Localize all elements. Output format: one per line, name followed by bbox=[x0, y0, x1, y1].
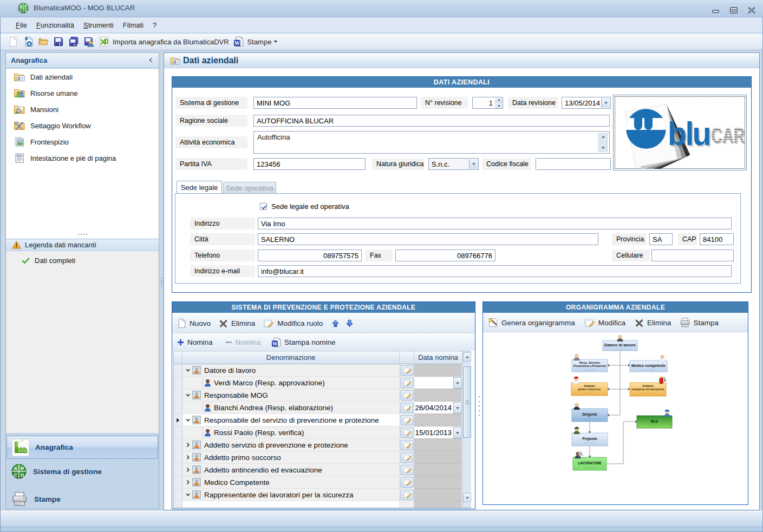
sidebar-item-settaggio-workflow[interactable]: Settaggio Workflow bbox=[6, 119, 159, 133]
grid-row[interactable]: Addetto servizio di prevenzione e protez… bbox=[174, 439, 462, 451]
minimize-button[interactable] bbox=[711, 6, 721, 14]
row-name-cell[interactable] bbox=[182, 501, 400, 508]
sidebar-item-frontespizio[interactable]: Frontespizio bbox=[6, 135, 159, 149]
provincia-input[interactable]: SA bbox=[649, 233, 673, 245]
row-date-cell[interactable]: 26/04/2014 bbox=[414, 402, 462, 414]
nuovo-button[interactable]: Nuovo bbox=[177, 318, 211, 329]
n-revisione-spinner[interactable]: 1 bbox=[472, 97, 503, 109]
menu-filmati[interactable]: Filmati bbox=[119, 19, 147, 31]
data-revisione-input[interactable]: 13/05/2014 bbox=[562, 97, 611, 109]
citta-input[interactable]: SALERNO bbox=[258, 233, 598, 245]
expander-closed-icon[interactable] bbox=[185, 467, 191, 472]
org-node-addetto-ps[interactable]: Addettoprimo soccorso----- ----- bbox=[571, 377, 608, 396]
modifica-button[interactable]: Modifica bbox=[584, 318, 625, 328]
expander-closed-icon[interactable] bbox=[185, 480, 191, 485]
edit-note-button[interactable] bbox=[401, 452, 413, 463]
grid-row[interactable]: Addetto antincendio ed evacuazione bbox=[174, 464, 462, 476]
stampa-button[interactable]: Stampa bbox=[680, 317, 719, 328]
indirizzo-email-input[interactable]: info@blucar.it bbox=[258, 265, 732, 277]
expander-open-icon[interactable] bbox=[185, 392, 191, 398]
row-name-cell[interactable]: Verdi Marco (Resp. approvazione) bbox=[182, 377, 400, 389]
nomina-remove-button[interactable]: Nomina bbox=[225, 338, 261, 346]
stampe-button[interactable]: Stampe bbox=[231, 35, 281, 49]
menu-help[interactable]: ? bbox=[149, 19, 160, 31]
close-button[interactable] bbox=[747, 6, 757, 14]
expander-open-icon[interactable] bbox=[185, 492, 191, 497]
ragione-sociale-input[interactable]: AUTOFFICINA BLUCAR bbox=[253, 115, 610, 127]
grid-row[interactable]: Rappresentante dei lavoratori per la sic… bbox=[174, 489, 462, 501]
grid-row[interactable]: Verdi Marco (Resp. approvazione) bbox=[174, 377, 462, 389]
import-anagrafica-button[interactable]: Importa anagrafica da BlumaticaDVR bbox=[96, 35, 231, 49]
org-node-addetto-ee[interactable]: Addettoemergenze ed evacuazione----- ---… bbox=[630, 377, 666, 397]
n-revisione-value[interactable]: 1 bbox=[472, 97, 495, 109]
menu-file[interactable]: File bbox=[12, 19, 31, 31]
fax-input[interactable]: 089766776 bbox=[395, 249, 495, 261]
expander-closed-icon[interactable] bbox=[185, 455, 191, 460]
sidebar-splitter[interactable] bbox=[160, 278, 163, 286]
codice-fiscale-input[interactable] bbox=[536, 158, 611, 170]
new-document-button[interactable] bbox=[5, 35, 21, 49]
edit-note-button[interactable] bbox=[401, 390, 413, 400]
edit-note-button[interactable] bbox=[401, 378, 413, 388]
org-node-rls[interactable]: RLS----- ----- bbox=[637, 410, 672, 429]
row-name-cell[interactable]: Addetto antincendio ed evacuazione bbox=[182, 464, 400, 476]
row-name-cell[interactable]: Medico Competente bbox=[182, 476, 400, 489]
tab-sede-legale[interactable]: Sede legale bbox=[177, 181, 222, 193]
save-user-button[interactable] bbox=[81, 35, 96, 49]
scroll-up-icon[interactable] bbox=[601, 135, 605, 139]
sidebar-item-mansioni[interactable]: Mansioni bbox=[6, 102, 159, 116]
elimina-button[interactable]: Elimina bbox=[218, 318, 255, 329]
org-node-datore[interactable]: Datore di lavoro----- ----- bbox=[603, 335, 637, 351]
textarea-scrollbar[interactable] bbox=[598, 133, 608, 152]
attivita-economica-textarea[interactable]: Autofficina bbox=[253, 131, 610, 154]
spin-up-button[interactable] bbox=[495, 97, 503, 103]
edit-note-button[interactable] bbox=[401, 490, 413, 500]
sidebar-item-risorse-umane[interactable]: Risorse umane bbox=[6, 86, 159, 100]
modifica-ruolo-button[interactable]: Modifica ruolo bbox=[263, 318, 323, 329]
cellulare-input[interactable] bbox=[651, 249, 734, 261]
menu-strumenti[interactable]: Strumenti bbox=[80, 19, 118, 31]
tab-sede-operativa[interactable]: Sede operativa bbox=[223, 182, 276, 193]
nomina-add-button[interactable]: Nomina bbox=[177, 338, 213, 346]
sede-legale-ed-operativa-checkbox[interactable] bbox=[260, 203, 267, 210]
row-name-cell[interactable]: Rappresentante dei lavoratori per la sic… bbox=[182, 489, 400, 501]
grid-scrollbar[interactable] bbox=[462, 351, 471, 508]
sidebar-splitter-dots[interactable] bbox=[6, 232, 159, 237]
move-down-button[interactable] bbox=[345, 319, 354, 327]
natura-giuridica-select[interactable]: S.n.c. bbox=[428, 158, 479, 170]
scroll-thumb[interactable] bbox=[463, 366, 471, 438]
scroll-down-icon[interactable] bbox=[601, 146, 605, 150]
grid-row[interactable]: Medico Competente bbox=[174, 476, 462, 489]
new-from-template-button[interactable] bbox=[21, 35, 36, 49]
grid-header-data-nomina[interactable]: Data nomina bbox=[414, 351, 462, 364]
spin-down-button[interactable] bbox=[495, 103, 503, 108]
orgchart-canvas[interactable]: Datore di lavoro----- ----- Resp. Serviz… bbox=[483, 332, 748, 504]
natura-giuridica-dropdown[interactable] bbox=[469, 159, 478, 169]
elimina-org-button[interactable]: Elimina bbox=[634, 318, 671, 328]
edit-note-button[interactable] bbox=[401, 440, 413, 450]
grid-row[interactable]: Rossi Paolo (Resp. verifica)15/01/2013 bbox=[174, 426, 462, 439]
grid-row[interactable]: Datore di lavoro bbox=[174, 364, 462, 377]
scroll-down-button[interactable] bbox=[463, 493, 471, 502]
org-node-dirigente[interactable]: Dirigente----- ----- bbox=[572, 403, 608, 422]
grid-row[interactable]: Bianchi Andrea (Resp. elaborazione)26/04… bbox=[174, 402, 462, 414]
org-node-resp-spp[interactable]: Resp. ServizioPrevenzione e Protezione--… bbox=[572, 354, 608, 372]
nav-item-sistema-di-gestione[interactable]: Sistema di gestione bbox=[6, 463, 159, 480]
date-dropdown-button[interactable] bbox=[453, 377, 462, 389]
expander-closed-icon[interactable] bbox=[185, 442, 191, 448]
date-value[interactable] bbox=[414, 377, 453, 389]
date-dropdown-button[interactable] bbox=[453, 427, 462, 438]
row-name-cell[interactable]: Rossi Paolo (Resp. verifica) bbox=[182, 426, 400, 439]
grid-row[interactable]: Responsabile del servizio di prevenzione… bbox=[174, 414, 462, 426]
telefono-input[interactable]: 089757575 bbox=[258, 249, 362, 261]
edit-note-button[interactable] bbox=[401, 415, 413, 425]
partita-iva-input[interactable]: 123456 bbox=[253, 158, 366, 170]
grid-row[interactable]: Addetto primo soccorso bbox=[174, 451, 462, 464]
row-name-cell[interactable]: Bianchi Andrea (Resp. elaborazione) bbox=[182, 402, 400, 414]
nav-item-stampe[interactable]: Stampe bbox=[6, 490, 159, 508]
company-logo-box[interactable]: blu CAR blu CAR bbox=[613, 95, 747, 170]
row-date-cell[interactable]: 15/01/2013 bbox=[414, 426, 462, 439]
row-name-cell[interactable]: Datore di lavoro bbox=[182, 364, 400, 377]
grid-row[interactable]: Responsabile MOG bbox=[174, 389, 462, 402]
row-name-cell[interactable]: Responsabile MOG bbox=[182, 389, 400, 402]
